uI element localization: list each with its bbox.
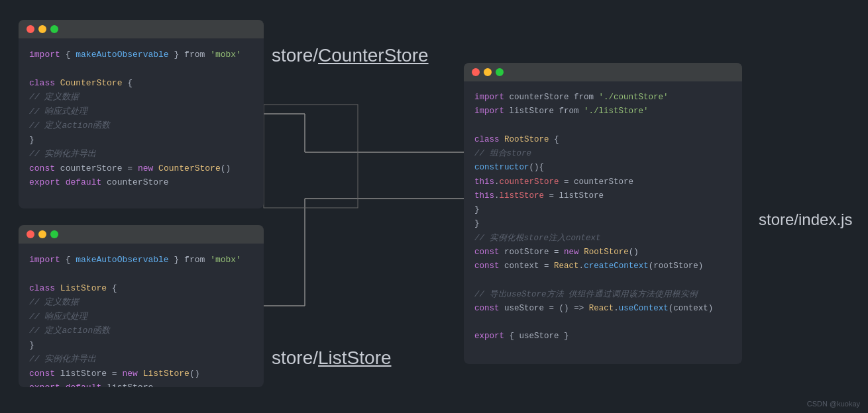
counter-store-code: import { makeAutoObservable } from 'mobx…: [19, 38, 264, 199]
watermark: CSDN @kuokay: [807, 400, 860, 408]
counter-store-titlebar: [19, 20, 264, 38]
dot-red-root: [472, 68, 480, 76]
list-store-titlebar: [19, 225, 264, 244]
index-label: store/index.js: [759, 210, 852, 229]
list-store-label-prefix: store/: [272, 347, 318, 368]
counter-store-label-name: CounterStore: [318, 45, 429, 66]
root-store-titlebar: [464, 63, 742, 81]
dot-red-counter: [27, 25, 34, 33]
root-store-window: import counterStore from './countStore' …: [464, 63, 742, 364]
dot-yellow-counter: [38, 25, 46, 33]
index-label-text: store/index.js: [759, 210, 852, 228]
dot-red-list: [27, 230, 34, 238]
counter-store-label-prefix: store/: [272, 45, 318, 66]
root-store-code: import counterStore from './countStore' …: [464, 81, 742, 353]
list-store-code: import { makeAutoObservable } from 'mobx…: [19, 244, 264, 387]
dot-green-counter: [50, 25, 58, 33]
list-store-label-name: ListStore: [318, 347, 392, 368]
list-store-window: import { makeAutoObservable } from 'mobx…: [19, 225, 264, 387]
counter-store-window: import { makeAutoObservable } from 'mobx…: [19, 20, 264, 208]
dot-yellow-root: [484, 68, 492, 76]
watermark-text: CSDN @kuokay: [807, 400, 860, 408]
svg-rect-6: [264, 105, 358, 208]
list-store-label: store/ListStore: [272, 347, 392, 369]
dot-yellow-list: [38, 230, 46, 238]
counter-store-label: store/CounterStore: [272, 45, 429, 66]
dot-green-list: [50, 230, 58, 238]
dot-green-root: [496, 68, 504, 76]
